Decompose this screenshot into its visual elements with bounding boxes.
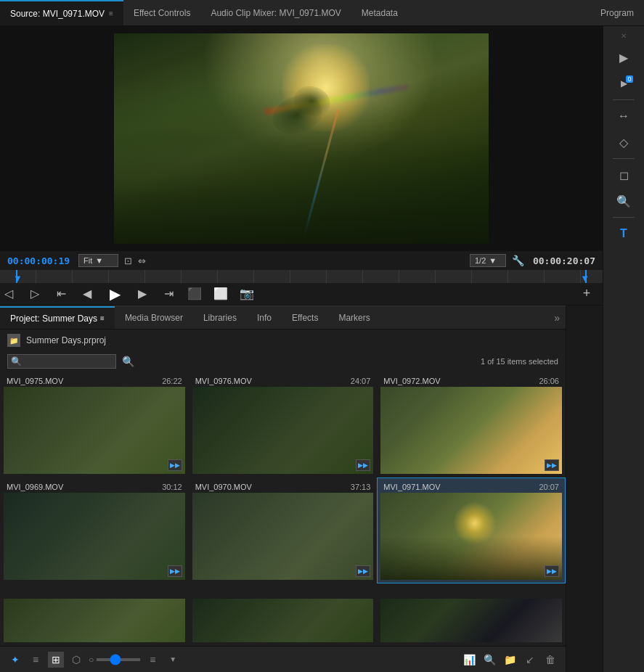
search-button[interactable]: 🔍 — [481, 652, 497, 668]
extract-button[interactable]: ↙ — [522, 652, 538, 668]
bottom-toolbar: ✦ ≡ ⊞ ⬡ ○ ≡ ▼ 📊 🔍 📁 ↙ 🗑 — [0, 646, 566, 672]
media-item[interactable]: MVI_0975.MOV 26:22 ▶▶ — [0, 372, 189, 478]
playhead-left — [16, 270, 17, 283]
type-icon: T — [620, 227, 627, 240]
razor-icon: ◇ — [619, 136, 628, 149]
playhead-right — [585, 270, 587, 283]
filter-button[interactable]: ≡ — [144, 652, 160, 668]
ripple-icon: ↔ — [618, 110, 629, 123]
video-icon: ▶▶ — [356, 459, 370, 471]
fit-dropdown[interactable]: Fit ▼ — [78, 254, 118, 267]
tab-metadata[interactable]: Metadata — [351, 0, 408, 25]
frame-icon[interactable]: ⊡ — [124, 255, 132, 266]
tab-project[interactable]: Project: Summer Days ≡ — [0, 306, 115, 329]
media-item[interactable] — [377, 583, 566, 646]
metadata-label: Metadata — [362, 8, 398, 18]
track-select-tool[interactable]: ▶0 — [611, 72, 637, 95]
filter-icon[interactable]: 🔍 — [122, 356, 134, 367]
tab-effects[interactable]: Effects — [282, 306, 328, 329]
folder-icon: 📁 — [7, 334, 20, 347]
sidebar-divider-3 — [613, 217, 635, 218]
media-thumbnail: ▶▶ — [4, 387, 185, 474]
tab-audio-clip-mixer[interactable]: Audio Clip Mixer: MVI_0971.MOV — [200, 0, 351, 25]
in-point-marker: ▼ — [13, 273, 23, 284]
project-panel: Project: Summer Days ≡ Media Browser Lib… — [0, 306, 566, 672]
overwrite-button[interactable]: ⬜ — [212, 285, 229, 303]
razor-tool[interactable]: ◇ — [611, 131, 637, 154]
video-preview — [114, 33, 489, 244]
settings-icon[interactable]: 🔧 — [512, 255, 524, 266]
chart-icon[interactable]: 📊 — [461, 652, 477, 668]
time-controls: 00:00:00:19 Fit ▼ ⊡ ⇔ 1/2 ▼ 🔧 00:00:20:0… — [0, 251, 603, 270]
dropdown-button[interactable]: ▼ — [165, 652, 181, 668]
zoom-slider[interactable] — [97, 658, 140, 661]
zoom-slider-container: ○ — [89, 655, 140, 665]
tab-program[interactable]: Program — [590, 0, 644, 25]
search-input-wrapper: 🔍 — [7, 354, 116, 369]
pen-tool[interactable]: ◻ — [611, 163, 637, 187]
items-count: 1 of 15 items selected — [481, 357, 558, 366]
list-view-button[interactable]: ≡ — [28, 652, 44, 668]
media-item[interactable]: MVI_0970.MOV 37:13 ▶▶ — [189, 478, 378, 583]
export-frame-button[interactable]: 📷 — [238, 285, 256, 303]
scrubber-bar[interactable]: ▼ ▼ — [0, 270, 603, 283]
media-thumbnail: ▶▶ — [192, 493, 374, 580]
project-header: 📁 Summer Days.prproj — [0, 329, 566, 351]
panel-collapse-button[interactable]: » — [554, 312, 560, 324]
go-to-in-button[interactable]: ⇤ — [52, 285, 70, 303]
effect-controls-label: Effect Controls — [134, 8, 190, 18]
media-item[interactable]: MVI_0976.MOV 24:07 ▶▶ — [189, 372, 378, 478]
duration-timecode: 00:00:20:07 — [530, 255, 595, 266]
current-timecode[interactable]: 00:00:00:19 — [7, 255, 73, 266]
media-item[interactable]: MVI_0972.MOV 26:06 ▶▶ — [377, 372, 566, 478]
freeform-view-button[interactable]: ⬡ — [68, 652, 84, 668]
insert-button[interactable]: ⬛ — [186, 285, 203, 303]
audio-mixer-label: Audio Clip Mixer: MVI_0971.MOV — [211, 8, 341, 18]
quality-dropdown[interactable]: 1/2 ▼ — [470, 254, 506, 267]
selection-icon: ▶ — [619, 51, 628, 65]
media-item[interactable] — [189, 583, 378, 646]
zoom-tool[interactable]: 🔍 — [611, 189, 637, 213]
add-button[interactable]: + — [578, 285, 595, 303]
new-item-button[interactable]: ✦ — [7, 652, 23, 668]
tab-media-browser[interactable]: Media Browser — [115, 306, 193, 329]
media-thumbnail: ▶▶ — [4, 493, 185, 580]
media-thumbnail-selected: ▶▶ — [380, 493, 562, 580]
media-item[interactable]: MVI_0969.MOV 30:12 ▶▶ — [0, 478, 189, 583]
mark-in-button[interactable]: ◁ — [0, 285, 17, 303]
type-tool[interactable]: T — [611, 222, 637, 245]
media-thumbnail: ▶▶ — [380, 387, 562, 474]
zoom-icon: 🔍 — [616, 194, 631, 208]
step-back-button[interactable]: ◀ — [78, 285, 96, 303]
video-icon: ▶▶ — [168, 459, 182, 471]
tab-libraries[interactable]: Libraries — [193, 306, 247, 329]
go-to-out-button[interactable]: ⇥ — [160, 285, 177, 303]
tab-source[interactable]: Source: MVI_0971.MOV ≡ — [0, 0, 123, 25]
track-select-icon: ▶0 — [621, 78, 627, 89]
project-filename: Summer Days.prproj — [26, 335, 106, 345]
zoom-min-icon: ○ — [89, 655, 94, 665]
selection-tool[interactable]: ▶ — [611, 46, 637, 69]
tab-effect-controls[interactable]: Effect Controls — [123, 0, 200, 25]
media-item[interactable] — [0, 583, 189, 646]
close-button[interactable]: ✕ — [621, 32, 627, 40]
pen-icon: ◻ — [619, 168, 629, 182]
source-tab-menu-icon[interactable]: ≡ — [109, 9, 113, 17]
tab-markers[interactable]: Markers — [328, 306, 380, 329]
delete-button[interactable]: 🗑 — [542, 652, 558, 668]
search-icon: 🔍 — [11, 356, 22, 366]
step-forward-button[interactable]: ▶ — [134, 285, 151, 303]
ripple-tool[interactable]: ↔ — [611, 105, 637, 128]
play-button[interactable]: ▶ — [105, 284, 125, 304]
search-input[interactable] — [7, 354, 116, 369]
video-icon: ▶▶ — [356, 565, 370, 577]
mark-out-button[interactable]: ▷ — [26, 285, 44, 303]
sidebar-divider-2 — [613, 158, 635, 159]
folder-button[interactable]: 📁 — [502, 652, 518, 668]
source-tab-label: Source: MVI_0971.MOV — [10, 9, 105, 19]
tab-info[interactable]: Info — [247, 306, 282, 329]
icon-view-button[interactable]: ⊞ — [48, 652, 64, 668]
overlay-icon[interactable]: ⇔ — [138, 255, 146, 266]
media-item-selected[interactable]: MVI_0971.MOV 20:07 ▶▶ — [377, 478, 566, 583]
top-tab-bar: Source: MVI_0971.MOV ≡ Effect Controls A… — [0, 0, 644, 26]
